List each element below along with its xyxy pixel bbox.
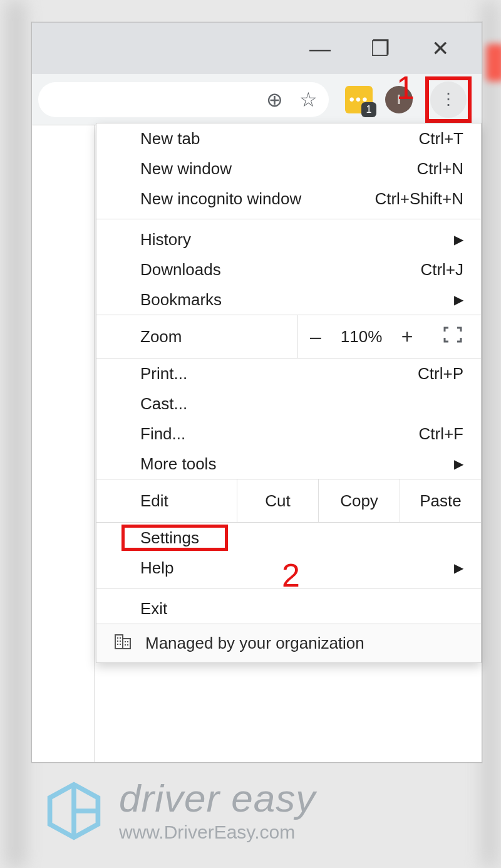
svg-rect-8: [125, 641, 126, 642]
annotation-number-1: 1: [396, 69, 415, 107]
background-red-accent: [486, 44, 501, 81]
menu-label: New window: [140, 159, 232, 179]
watermark: driver easy www.DriverEasy.com: [44, 779, 316, 843]
edit-cut-button[interactable]: Cut: [237, 479, 318, 522]
menu-shortcut: Ctrl+P: [418, 364, 463, 384]
svg-rect-10: [125, 644, 126, 646]
menu-label: Help: [140, 558, 173, 578]
menu-zoom-row: Zoom – 110% +: [96, 315, 481, 358]
svg-rect-5: [120, 641, 121, 642]
menu-label: More tools: [140, 454, 216, 474]
menu-item-bookmarks[interactable]: Bookmarks ▶: [96, 285, 481, 315]
edit-label: Edit: [96, 479, 237, 522]
menu-item-cast[interactable]: Cast...: [96, 389, 481, 419]
menu-label: Exit: [140, 599, 167, 619]
watermark-text: driver easy www.DriverEasy.com: [119, 779, 316, 843]
annotation-number-2: 2: [282, 557, 300, 594]
chrome-menu-button[interactable]: ⋮: [430, 81, 467, 118]
menu-label: New incognito window: [140, 189, 301, 209]
submenu-arrow-icon: ▶: [454, 560, 463, 575]
menu-label: Cast...: [140, 394, 187, 414]
managed-label: Managed by your organization: [145, 634, 364, 653]
content-area: New tab Ctrl+T New window Ctrl+N New inc…: [32, 125, 482, 762]
building-icon: [114, 632, 132, 654]
omnibox[interactable]: ⊕ ☆: [38, 82, 329, 117]
zoom-out-button[interactable]: –: [298, 325, 333, 348]
svg-rect-1: [123, 639, 130, 649]
window-titlebar: — ❐ ✕: [32, 23, 482, 74]
fullscreen-icon: [443, 327, 462, 343]
menu-item-downloads[interactable]: Downloads Ctrl+J: [96, 254, 481, 285]
edit-paste-button[interactable]: Paste: [400, 479, 481, 522]
svg-rect-7: [120, 644, 121, 645]
menu-shortcut: Ctrl+F: [419, 424, 464, 444]
menu-label: Bookmarks: [140, 290, 222, 310]
chrome-window: — ❐ ✕ ⊕ ☆ ••• 1 I ⋮ New tab Ctrl+T: [31, 22, 482, 763]
svg-rect-0: [115, 635, 123, 649]
menu-item-new-incognito[interactable]: New incognito window Ctrl+Shift+N: [96, 184, 481, 214]
zoom-value: 110%: [333, 327, 390, 347]
annotation-step1-highlight: ⋮: [425, 76, 472, 123]
zoom-indicator-icon[interactable]: ⊕: [266, 88, 283, 112]
menu-label: Print...: [140, 364, 187, 384]
menu-separator: [96, 219, 481, 219]
submenu-arrow-icon: ▶: [454, 456, 463, 471]
watermark-brand: driver easy: [119, 779, 316, 818]
menu-shortcut: Ctrl+T: [419, 129, 464, 149]
menu-shortcut: Ctrl+Shift+N: [374, 189, 463, 209]
submenu-arrow-icon: ▶: [454, 232, 463, 247]
menu-item-exit[interactable]: Exit: [96, 593, 481, 624]
menu-item-new-tab[interactable]: New tab Ctrl+T: [96, 123, 481, 154]
svg-rect-9: [127, 641, 128, 642]
submenu-arrow-icon: ▶: [454, 292, 463, 307]
svg-rect-3: [120, 637, 121, 639]
menu-label: Downloads: [140, 260, 221, 280]
annotation-step2-highlight: [121, 525, 228, 551]
bookmark-star-icon[interactable]: ☆: [299, 88, 318, 112]
extension-icon[interactable]: ••• 1: [345, 86, 373, 113]
svg-rect-2: [117, 637, 118, 639]
menu-item-find[interactable]: Find... Ctrl+F: [96, 419, 481, 449]
svg-rect-6: [117, 644, 118, 645]
page-white-area: [32, 125, 95, 762]
watermark-url: www.DriverEasy.com: [119, 822, 316, 843]
maximize-button[interactable]: ❐: [368, 36, 393, 61]
menu-edit-row: Edit Cut Copy Paste: [96, 479, 481, 523]
menu-shortcut: Ctrl+J: [420, 260, 463, 280]
menu-item-print[interactable]: Print... Ctrl+P: [96, 358, 481, 389]
menu-managed-notice[interactable]: Managed by your organization: [96, 624, 481, 662]
menu-label: Find...: [140, 424, 185, 444]
watermark-logo-icon: [44, 781, 104, 841]
close-button[interactable]: ✕: [428, 36, 453, 61]
svg-rect-11: [127, 644, 128, 646]
edit-copy-button[interactable]: Copy: [318, 479, 400, 522]
menu-item-more-tools[interactable]: More tools ▶: [96, 449, 481, 479]
menu-shortcut: Ctrl+N: [417, 159, 463, 179]
svg-rect-4: [117, 641, 118, 642]
minimize-button[interactable]: —: [307, 36, 333, 61]
menu-label: History: [140, 230, 191, 249]
zoom-label: Zoom: [96, 315, 298, 358]
fullscreen-button[interactable]: [425, 327, 481, 347]
menu-item-history[interactable]: History ▶: [96, 224, 481, 254]
menu-item-new-window[interactable]: New window Ctrl+N: [96, 154, 481, 184]
zoom-in-button[interactable]: +: [390, 325, 425, 348]
menu-label: New tab: [140, 129, 200, 149]
menu-item-settings[interactable]: Settings: [96, 523, 481, 553]
extension-badge-count: 1: [361, 102, 376, 117]
vertical-dots-icon: ⋮: [440, 90, 457, 109]
